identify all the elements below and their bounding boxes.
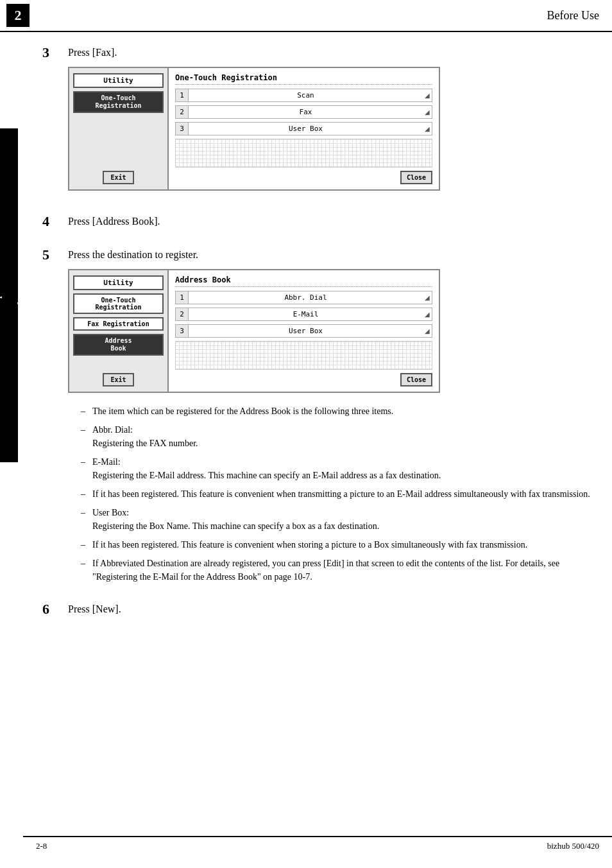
item-num: 1 (176, 89, 189, 101)
close-button-1[interactable]: Close (400, 171, 432, 184)
bullet-dash: – (81, 423, 92, 450)
close-button-2[interactable]: Close (400, 373, 432, 386)
bullet-text: If Abbreviated Destination are already r… (92, 557, 593, 584)
exit-button-1[interactable]: Exit (103, 171, 133, 184)
address-book-button[interactable]: AddressBook (73, 334, 164, 356)
screen-item-2-2[interactable]: 2 E-Mail ◢ (175, 308, 432, 321)
fax-reg-button[interactable]: Fax Registration (73, 317, 164, 331)
empty-rows-2 (175, 341, 432, 370)
step-4-number: 4 (42, 214, 68, 229)
close-row-1: Close (175, 171, 432, 184)
step-4-content: Press [Address Book]. (68, 214, 593, 236)
bullet-item-4: – User Box:Registering the Box Name. Thi… (81, 506, 593, 533)
screen-item-2-3[interactable]: 3 User Box ◢ (175, 324, 432, 338)
item-label: User Box (189, 325, 423, 337)
one-touch-reg-button-1[interactable]: One-TouchRegistration (73, 91, 164, 113)
step-3-label: Press [Fax]. (68, 45, 593, 60)
utility-button-1[interactable]: Utility (73, 73, 164, 88)
step-5: 5 Press the destination to register. Uti… (42, 247, 593, 590)
step-5-label: Press the destination to register. (68, 247, 593, 263)
footer-product: bizhub 500/420 (547, 841, 599, 851)
footer-page-number: 2-8 (36, 841, 47, 851)
step-6-content: Press [New]. (68, 602, 593, 623)
screen-title-1: One-Touch Registration (175, 73, 432, 85)
item-num: 3 (176, 123, 189, 135)
side-tab: Chapter 2 Before Use (0, 128, 18, 462)
screen-left-1: Utility One-TouchRegistration Exit (69, 68, 169, 189)
bullet-text: User Box:Registering the Box Name. This … (92, 506, 593, 533)
bullet-dash: – (81, 506, 92, 533)
item-arrow: ◢ (423, 294, 432, 301)
item-num: 3 (176, 325, 189, 337)
screen-item-1-2[interactable]: 2 Fax ◢ (175, 105, 432, 119)
screen-right-1: One-Touch Registration 1 Scan ◢ 2 Fax ◢ … (169, 68, 439, 189)
bullet-item-3: – If it has been registered. This featur… (81, 487, 593, 501)
main-content: 3 Press [Fax]. Utility One-TouchRegistra… (23, 32, 612, 648)
bullet-text: E-Mail:Registering the E-Mail address. T… (92, 455, 593, 482)
item-arrow: ◢ (423, 311, 432, 318)
screen-right-2: Address Book 1 Abbr. Dial ◢ 2 E-Mail ◢ 3… (169, 270, 439, 392)
item-num: 2 (176, 106, 189, 118)
bullet-item-6: – If Abbreviated Destination are already… (81, 557, 593, 584)
step-3-content: Press [Fax]. Utility One-TouchRegistrati… (68, 45, 593, 202)
bullet-dash: – (81, 538, 92, 551)
bullet-dash: – (81, 487, 92, 501)
bullet-item-2: – E-Mail:Registering the E-Mail address.… (81, 455, 593, 482)
bullet-dash: – (81, 404, 92, 418)
page-footer: 2-8 bizhub 500/420 (23, 836, 612, 855)
screen-left-2: Utility One-TouchRegistration Fax Regist… (69, 270, 169, 392)
empty-rows-1 (175, 139, 432, 168)
item-num: 2 (176, 308, 189, 320)
step-3: 3 Press [Fax]. Utility One-TouchRegistra… (42, 45, 593, 202)
screen-item-1-1[interactable]: 1 Scan ◢ (175, 89, 432, 102)
step-4-label: Press [Address Book]. (68, 214, 593, 229)
bullet-text: If it has been registered. This feature … (92, 538, 593, 551)
bullet-dash: – (81, 557, 92, 584)
item-label: E-Mail (189, 308, 423, 320)
step-4: 4 Press [Address Book]. (42, 214, 593, 236)
side-tab-section: Before Use (15, 276, 26, 315)
screen-title-2: Address Book (175, 275, 432, 287)
screen-diagram-2: Utility One-TouchRegistration Fax Regist… (68, 269, 440, 393)
screen-diagram-1: Utility One-TouchRegistration Exit One-T… (68, 67, 440, 191)
bullet-item-0: – The item which can be registered for t… (81, 404, 593, 418)
step-3-number: 3 (42, 45, 68, 60)
item-label: User Box (189, 123, 423, 135)
screen-item-2-1[interactable]: 1 Abbr. Dial ◢ (175, 291, 432, 304)
chapter-number-box: 2 (6, 4, 30, 27)
item-arrow: ◢ (423, 327, 432, 334)
close-row-2: Close (175, 373, 432, 386)
item-num: 1 (176, 291, 189, 304)
item-arrow: ◢ (423, 125, 432, 132)
item-arrow: ◢ (423, 108, 432, 116)
bullet-text: If it has been registered. This feature … (92, 487, 593, 501)
page-header: 2 Before Use (0, 0, 612, 32)
bullet-item-1: – Abbr. Dial:Registering the FAX number. (81, 423, 593, 450)
step-5-number: 5 (42, 247, 68, 263)
header-title: Before Use (547, 9, 599, 22)
item-label: Scan (189, 89, 423, 101)
bullet-text: Abbr. Dial:Registering the FAX number. (92, 423, 593, 450)
exit-button-2[interactable]: Exit (103, 373, 133, 386)
item-arrow: ◢ (423, 92, 432, 99)
bullet-item-5: – If it has been registered. This featur… (81, 538, 593, 551)
side-tab-chapter: Chapter 2 (0, 277, 3, 313)
utility-button-2[interactable]: Utility (73, 275, 164, 290)
bullet-text: The item which can be registered for the… (92, 404, 593, 418)
step-6-number: 6 (42, 602, 68, 617)
item-label: Abbr. Dial (189, 291, 423, 304)
bullet-list: – The item which can be registered for t… (81, 404, 593, 584)
screen-item-1-3[interactable]: 3 User Box ◢ (175, 122, 432, 135)
bullet-dash: – (81, 455, 92, 482)
one-touch-reg-button-2[interactable]: One-TouchRegistration (73, 293, 164, 314)
item-label: Fax (189, 106, 423, 118)
step-5-content: Press the destination to register. Utili… (68, 247, 593, 590)
step-6-label: Press [New]. (68, 602, 593, 617)
step-6: 6 Press [New]. (42, 602, 593, 623)
